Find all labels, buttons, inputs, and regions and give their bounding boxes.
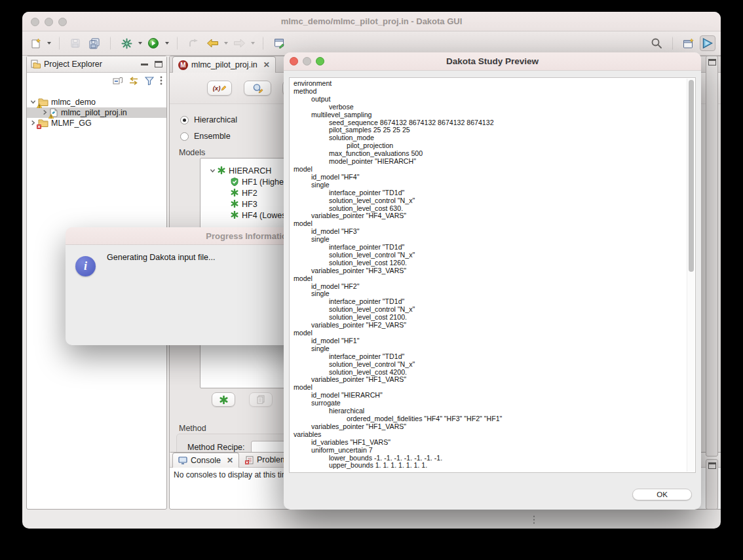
preview-scrollbar-thumb[interactable] xyxy=(689,80,694,272)
window-titlebar: mlmc_demo/mlmc_pilot_proj.in - Dakota GU… xyxy=(22,12,721,31)
project-explorer-title: Project Explorer xyxy=(44,60,102,69)
right-view-stack-bottom xyxy=(706,459,718,510)
maximize-right-bottom-icon[interactable] xyxy=(708,462,716,469)
debug-dropdown-icon[interactable] xyxy=(138,42,142,45)
back-button[interactable] xyxy=(204,35,220,51)
project-explorer-header[interactable]: Project Explorer xyxy=(27,56,166,73)
pre-processing-button[interactable]: (x) xyxy=(207,81,232,96)
dialog-minimize-icon[interactable] xyxy=(303,57,311,65)
right-view-stack-top xyxy=(706,56,718,457)
project-tree: mlmc_demomlmc_pilot_proj.inMLMF_GG xyxy=(27,97,166,128)
forward-button[interactable] xyxy=(231,35,247,51)
chevron-down-icon[interactable] xyxy=(210,168,216,174)
link-with-editor-icon[interactable] xyxy=(128,77,139,85)
project-explorer-icon xyxy=(31,60,41,69)
view-menu-icon[interactable] xyxy=(160,76,162,85)
maximize-view-icon[interactable] xyxy=(155,61,162,67)
open-perspective-button[interactable] xyxy=(681,35,696,51)
radio-hierarchical[interactable]: Hierarchical xyxy=(180,115,237,124)
project-tree-item[interactable]: mlmc_pilot_proj.in xyxy=(27,107,166,118)
copy-model-button[interactable] xyxy=(249,392,273,407)
chevron-down-icon[interactable] xyxy=(30,99,37,105)
close-icon[interactable] xyxy=(31,18,39,26)
info-icon: i xyxy=(75,256,96,276)
close-tab-icon[interactable]: ✕ xyxy=(263,60,270,69)
close-console-icon[interactable]: ✕ xyxy=(227,456,233,465)
new-wizard-button[interactable] xyxy=(28,35,43,51)
preview-dialog-title: Dakota Study Preview xyxy=(284,56,701,66)
minimize-view-icon[interactable] xyxy=(141,64,148,65)
preview-dialog: Dakota Study Preview environment method … xyxy=(284,52,701,510)
add-model-button[interactable] xyxy=(212,392,235,407)
run-button[interactable] xyxy=(145,35,161,51)
statusbar-drag-handle[interactable] xyxy=(533,515,535,524)
preview-text-area[interactable]: environment method output verbose multil… xyxy=(289,77,696,473)
project-tree-item[interactable]: MLMF_GG xyxy=(27,118,166,128)
dialog-zoom-icon[interactable] xyxy=(316,57,324,65)
ok-button[interactable]: OK xyxy=(632,489,692,500)
project-tree-item[interactable]: mlmc_demo xyxy=(27,97,166,107)
chevron-right-icon[interactable] xyxy=(42,109,48,116)
preview-scrollbar[interactable] xyxy=(687,79,695,472)
filter-icon[interactable] xyxy=(145,77,154,85)
traffic-lights xyxy=(31,17,72,29)
dakota-perspective-button[interactable] xyxy=(700,35,715,51)
method-recipe-label: Method Recipe: xyxy=(187,443,245,452)
editor-tab-label: mlmc_pilot_proj.in xyxy=(191,60,257,69)
dakota-file-icon: M xyxy=(178,60,188,70)
debug-button[interactable] xyxy=(119,35,134,51)
progress-message: Generating Dakota input file... xyxy=(107,253,215,262)
radio-ensemble-control[interactable] xyxy=(180,132,189,141)
window-title: mlmc_demo/mlmc_pilot_proj.in - Dakota GU… xyxy=(22,12,721,31)
collapse-all-icon[interactable] xyxy=(113,77,123,85)
radio-hierarchical-control[interactable] xyxy=(180,116,189,124)
search-icon[interactable] xyxy=(649,35,664,51)
method-label: Method xyxy=(179,424,206,433)
chevron-right-icon[interactable] xyxy=(30,120,37,126)
last-edit-location-button[interactable] xyxy=(185,35,201,51)
save-all-button[interactable] xyxy=(86,35,102,51)
run-dropdown-icon[interactable] xyxy=(165,42,169,45)
status-bar xyxy=(22,511,721,529)
tab-console[interactable]: Console ✕ xyxy=(172,453,239,468)
minimize-icon[interactable] xyxy=(45,18,53,26)
preview-dialog-titlebar: Dakota Study Preview xyxy=(284,52,701,71)
new-wizard-dropdown-icon[interactable] xyxy=(47,42,51,45)
dakota-input-text: environment method output verbose multil… xyxy=(290,78,695,470)
save-button[interactable] xyxy=(67,35,83,51)
back-dropdown-icon[interactable] xyxy=(224,42,228,45)
forward-dropdown-icon[interactable] xyxy=(251,42,255,45)
models-label: Models xyxy=(179,148,205,157)
dialog-close-icon[interactable] xyxy=(290,57,298,65)
maximize-icon[interactable] xyxy=(58,18,67,26)
editor-tab[interactable]: M mlmc_pilot_proj.in ✕ xyxy=(172,56,276,73)
new-editor-window-button[interactable] xyxy=(271,35,287,51)
maximize-right-top-icon[interactable] xyxy=(708,59,716,65)
radio-ensemble[interactable]: Ensemble xyxy=(180,132,231,141)
inspect-button[interactable] xyxy=(244,81,271,96)
